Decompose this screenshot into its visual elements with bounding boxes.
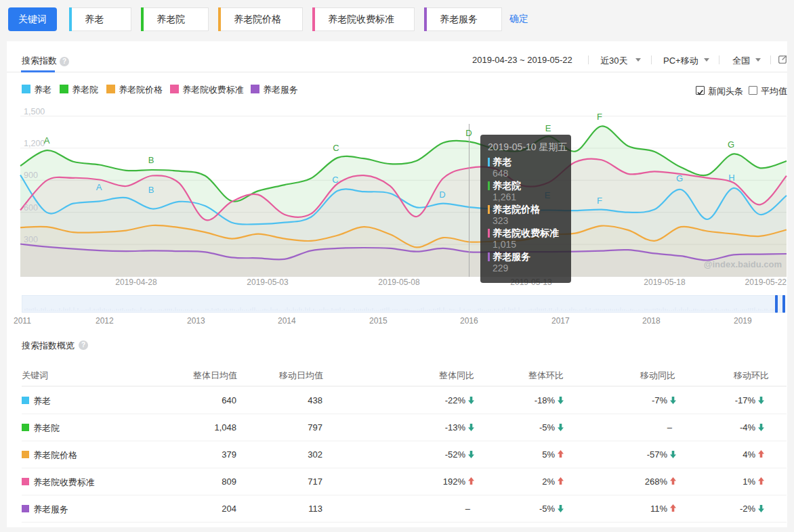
svg-text:B: B bbox=[148, 185, 154, 195]
svg-text:G: G bbox=[728, 139, 734, 150]
svg-text:2019-05-22: 2019-05-22 bbox=[745, 278, 787, 287]
svg-text:2019-05-18: 2019-05-18 bbox=[644, 278, 686, 287]
svg-text:F: F bbox=[597, 112, 602, 122]
svg-text:E: E bbox=[545, 123, 551, 133]
svg-text:1,200: 1,200 bbox=[24, 139, 45, 148]
svg-text:2019-05-08: 2019-05-08 bbox=[378, 278, 420, 287]
svg-text:F: F bbox=[597, 196, 602, 206]
svg-text:D: D bbox=[465, 128, 472, 138]
svg-text:900: 900 bbox=[24, 171, 38, 180]
svg-text:B: B bbox=[148, 155, 154, 165]
svg-text:A: A bbox=[96, 182, 102, 192]
svg-text:H: H bbox=[728, 173, 734, 183]
svg-text:2019-05-03: 2019-05-03 bbox=[247, 278, 289, 287]
svg-text:C: C bbox=[332, 175, 338, 185]
svg-text:G: G bbox=[676, 173, 683, 183]
svg-text:300: 300 bbox=[24, 235, 38, 244]
svg-text:1,500: 1,500 bbox=[24, 107, 45, 116]
svg-text:D: D bbox=[439, 190, 445, 200]
svg-text:A: A bbox=[44, 135, 50, 146]
svg-text:600: 600 bbox=[24, 203, 38, 213]
svg-text:@index.baidu.com: @index.baidu.com bbox=[704, 259, 782, 269]
svg-text:C: C bbox=[333, 143, 339, 153]
svg-text:2019-04-28: 2019-04-28 bbox=[115, 278, 157, 287]
